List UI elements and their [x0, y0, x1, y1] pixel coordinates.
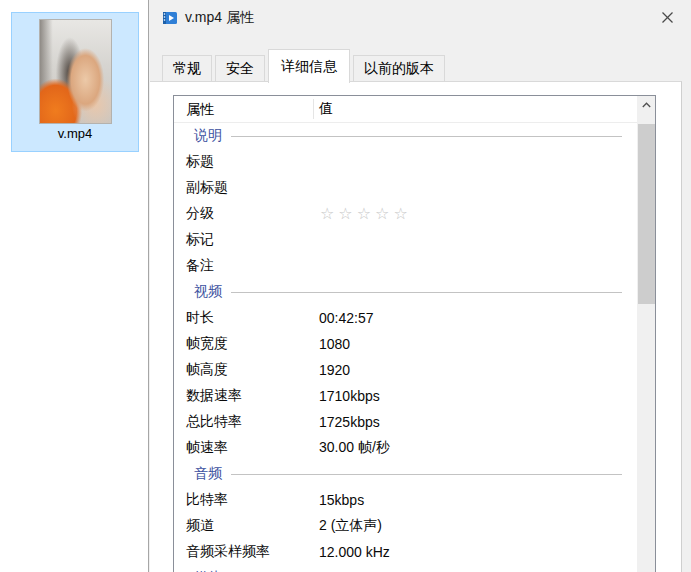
property-label: 总比特率 — [174, 413, 314, 431]
property-value: 12.000 kHz — [314, 544, 390, 560]
property-label: 备注 — [174, 257, 314, 275]
property-value: 2 (立体声) — [314, 517, 382, 535]
properties-dialog: v.mp4 属性 常规安全详细信息以前的版本 属性 值 说明标题副标题分级☆☆☆… — [148, 0, 691, 572]
property-value: 30.00 帧/秒 — [314, 439, 390, 457]
property-value: 1920 — [314, 362, 350, 378]
section-label: 视频 — [174, 283, 222, 301]
property-row[interactable]: 总比特率1725kbps — [174, 409, 638, 435]
dialog-titlebar: v.mp4 属性 — [149, 0, 691, 36]
property-row[interactable]: 帧高度1920 — [174, 357, 638, 383]
property-label: 数据速率 — [174, 387, 314, 405]
property-row[interactable]: 比特率15kbps — [174, 487, 638, 513]
property-row[interactable]: 副标题 — [174, 175, 638, 201]
section-divider — [231, 474, 622, 475]
tab-details[interactable]: 详细信息 — [268, 49, 350, 83]
star-icon[interactable]: ☆ — [393, 205, 411, 222]
tab-strip: 常规安全详细信息以前的版本 — [162, 47, 448, 82]
property-row[interactable]: 备注 — [174, 253, 638, 279]
video-file-icon — [162, 10, 178, 26]
column-header-value[interactable]: 值 — [314, 100, 333, 118]
property-row[interactable]: 数据速率1710kbps — [174, 383, 638, 409]
property-label: 标题 — [174, 153, 314, 171]
close-icon — [661, 11, 674, 24]
rating-stars[interactable]: ☆☆☆☆☆ — [314, 206, 412, 222]
vertical-scrollbar[interactable] — [637, 96, 655, 572]
dialog-title: v.mp4 属性 — [185, 0, 254, 34]
section-row: 音频 — [174, 461, 638, 487]
close-button[interactable] — [651, 3, 683, 31]
property-label: 副标题 — [174, 179, 314, 197]
scroll-up-button[interactable] — [638, 96, 655, 113]
property-value: 1725kbps — [314, 414, 380, 430]
section-row: 说明 — [174, 123, 638, 149]
column-header-property[interactable]: 属性 — [174, 99, 314, 119]
property-value: 1080 — [314, 336, 350, 352]
property-value: 1710kbps — [314, 388, 380, 404]
scrollbar-thumb[interactable] — [638, 124, 655, 304]
section-row: 媒体 — [174, 565, 638, 572]
property-label: 音频采样频率 — [174, 543, 314, 561]
star-icon[interactable]: ☆ — [338, 205, 356, 222]
chevron-up-icon — [642, 102, 651, 108]
section-divider — [231, 136, 622, 137]
property-value: 15kbps — [314, 492, 364, 508]
property-value: 00:42:57 — [314, 310, 374, 326]
section-divider — [231, 292, 622, 293]
property-row[interactable]: 标记 — [174, 227, 638, 253]
details-list: 属性 值 说明标题副标题分级☆☆☆☆☆标记备注视频时长00:42:57帧宽度10… — [173, 95, 656, 572]
star-icon[interactable]: ☆ — [320, 205, 338, 222]
property-label: 比特率 — [174, 491, 314, 509]
desktop-file-vmp4[interactable]: v.mp4 — [11, 12, 139, 152]
property-label: 帧速率 — [174, 439, 314, 457]
video-thumbnail — [39, 19, 112, 124]
property-label: 频道 — [174, 517, 314, 535]
property-row[interactable]: 频道2 (立体声) — [174, 513, 638, 539]
property-row[interactable]: 帧宽度1080 — [174, 331, 638, 357]
property-row[interactable]: 分级☆☆☆☆☆ — [174, 201, 638, 227]
star-icon[interactable]: ☆ — [375, 205, 393, 222]
list-header: 属性 值 — [174, 96, 638, 123]
property-label: 标记 — [174, 231, 314, 249]
property-row[interactable]: 标题 — [174, 149, 638, 175]
property-label: 帧宽度 — [174, 335, 314, 353]
tab-general[interactable]: 常规 — [162, 55, 212, 82]
file-name-label: v.mp4 — [12, 126, 138, 142]
property-row[interactable]: 音频采样频率12.000 kHz — [174, 539, 638, 565]
section-label: 说明 — [174, 127, 222, 145]
property-rows: 说明标题副标题分级☆☆☆☆☆标记备注视频时长00:42:57帧宽度1080帧高度… — [174, 123, 638, 572]
tab-previous-versions[interactable]: 以前的版本 — [353, 55, 445, 82]
property-row[interactable]: 帧速率30.00 帧/秒 — [174, 435, 638, 461]
property-label: 时长 — [174, 309, 314, 327]
property-label: 帧高度 — [174, 361, 314, 379]
section-label: 音频 — [174, 465, 222, 483]
section-row: 视频 — [174, 279, 638, 305]
tab-security[interactable]: 安全 — [215, 55, 265, 82]
star-icon[interactable]: ☆ — [357, 205, 375, 222]
property-label: 分级 — [174, 205, 314, 223]
property-row[interactable]: 时长00:42:57 — [174, 305, 638, 331]
